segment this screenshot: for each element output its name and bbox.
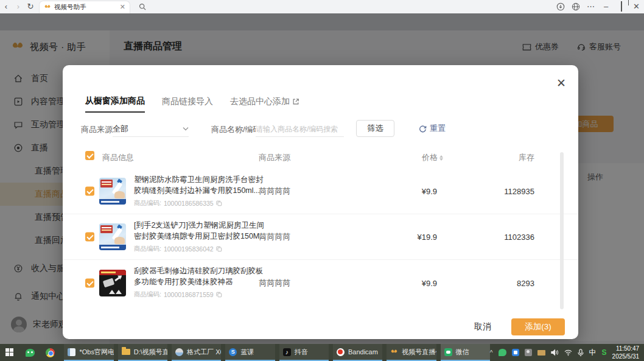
search-icon[interactable]	[139, 3, 146, 10]
product-price: ¥9.9	[379, 187, 437, 196]
product-source: 苘苘苘苘	[259, 231, 290, 242]
taskbar-chrome-icon[interactable]	[40, 344, 60, 361]
tab-goto-selection-center[interactable]: 去选品中心添加	[230, 96, 299, 113]
row-checkbox[interactable]	[85, 187, 94, 196]
chevron-down-icon	[183, 127, 189, 131]
clock-time: 11:50:47	[612, 345, 640, 352]
copy-icon[interactable]	[216, 246, 222, 252]
modal-close-icon[interactable]: ✕	[556, 77, 566, 89]
source-select-value: 全部	[113, 124, 128, 135]
product-code-value: 10000186871559	[164, 291, 214, 298]
row-checkbox[interactable]	[85, 233, 94, 242]
download-icon[interactable]	[553, 0, 568, 13]
wifi-icon[interactable]	[564, 349, 572, 356]
select-all-checkbox[interactable]	[85, 151, 94, 160]
tray-app-icon[interactable]	[512, 349, 519, 356]
windows-logo-icon	[5, 348, 14, 357]
modal-tabs: 从橱窗添加商品 商品链接导入 去选品中心添加	[85, 96, 299, 113]
browser-refresh-button[interactable]: ↻	[24, 0, 37, 13]
globe-icon[interactable]	[568, 0, 583, 13]
product-title: 塑钢泥防水防霉卫生间厨房洗手台密封胶填缝剂美缝封边补漏专用胶150ml...	[134, 174, 269, 196]
product-price: ¥19.9	[379, 233, 437, 242]
document-icon	[68, 348, 75, 356]
browser-back-button[interactable]: ‹	[0, 0, 12, 13]
taskbar-item-label: 微信	[456, 348, 469, 357]
column-header-price[interactable]: 价格	[379, 152, 443, 163]
microphone-icon[interactable]	[578, 349, 584, 357]
taskbar-wechat-icon[interactable]	[20, 344, 40, 361]
tray-expand-icon[interactable]: ^	[490, 349, 493, 356]
tab-label: 商品链接导入	[162, 96, 213, 107]
product-title: 刮胶器毛刺修边清硅胶刮刀璃胶刮胶板多功能专用打胶美缝抹胶神器	[134, 265, 269, 287]
product-code-label: 商品编码:	[134, 245, 161, 253]
reset-label: 重置	[430, 123, 446, 134]
taskbar-item-channels-live-companion[interactable]: 视频号直播伴侣	[387, 344, 436, 361]
wechat-window-icon	[444, 348, 452, 356]
product-code: 商品编码: 10000186586335	[134, 199, 269, 208]
external-link-icon	[292, 98, 299, 105]
taskbar-item-label: Bandicam	[348, 348, 378, 356]
product-code-value: 10000186586335	[164, 200, 214, 207]
taskbar-item-douyin[interactable]: ♪ 抖音	[279, 344, 329, 361]
browser-menu-icon[interactable]: ⋯	[583, 0, 598, 13]
product-code: 商品编码: 10000195836042	[134, 245, 269, 253]
product-title: [到手2支送铲刀]强力塑钢泥厨房卫生间密封胶美缝填隙专用厨卫密封胶150M...	[134, 220, 269, 242]
product-code-value: 10000195836042	[164, 245, 214, 253]
douyin-icon: ♪	[283, 348, 291, 356]
tray-clock[interactable]: 11:50:47 2025/5/31	[612, 345, 640, 360]
name-filter-label: 商品名称/编码	[211, 124, 261, 135]
product-image	[99, 223, 126, 250]
tab-label: 去选品中心添加	[230, 96, 290, 107]
taskbar-item-wechat-window[interactable]: 微信	[441, 344, 490, 361]
channels-logo-icon	[390, 348, 398, 356]
tray-folder-icon[interactable]	[537, 350, 545, 356]
product-stock: 1102336	[461, 233, 534, 242]
browser-tab[interactable]: 视频号助手 ✕	[39, 1, 130, 13]
taskbar-item-lanke[interactable]: S 蓝课	[225, 344, 275, 361]
copy-icon[interactable]	[216, 292, 222, 298]
table-row: 塑钢泥防水防霉卫生间厨房洗手台密封胶填缝剂美缝封边补漏专用胶150ml... 商…	[63, 169, 578, 214]
source-select[interactable]: 全部	[113, 121, 189, 137]
column-header-info: 商品信息	[102, 152, 134, 163]
window-minimize-button[interactable]: –	[598, 0, 614, 13]
product-source: 苘苘苘苘	[259, 186, 290, 197]
taskbar-item-label: D:\视频号直播...	[134, 348, 167, 357]
taskbar-item-format-factory[interactable]: 格式工厂 X64 ...	[172, 344, 221, 361]
browser-forward-button[interactable]: ›	[12, 0, 24, 13]
tray-wechat-icon[interactable]	[499, 349, 506, 356]
taskbar-item-obs-doc[interactable]: *Obs官网电脑...	[64, 344, 113, 361]
product-source: 苘苘苘苘	[259, 278, 290, 289]
product-table: 塑钢泥防水防霉卫生间厨房洗手台密封胶填缝剂美缝封边补漏专用胶150ml... 商…	[63, 169, 578, 306]
cancel-button[interactable]: 取消	[464, 318, 501, 335]
tray-contact-icon[interactable]	[525, 349, 532, 356]
tab-import-by-link[interactable]: 商品链接导入	[162, 96, 213, 113]
product-stock: 8293	[461, 278, 534, 287]
sogou-icon[interactable]: S	[602, 348, 607, 357]
windows-taskbar: *Obs官网电脑... D:\视频号直播... 格式工厂 X64 ... S 蓝…	[0, 344, 644, 361]
product-stock: 1128935	[461, 187, 534, 196]
start-button[interactable]	[0, 344, 20, 361]
taskbar-item-label: 格式工厂 X64 ...	[187, 348, 221, 357]
taskbar-item-folder[interactable]: D:\视频号直播...	[118, 344, 167, 361]
product-name-input[interactable]	[256, 121, 344, 137]
product-image	[99, 178, 126, 205]
ime-indicator[interactable]: 中	[589, 348, 597, 358]
reset-button[interactable]: 重置	[419, 123, 446, 134]
confirm-add-button[interactable]: 添加(3)	[511, 318, 565, 335]
window-close-button[interactable]: ✕	[629, 0, 644, 13]
window-restore-button[interactable]	[614, 0, 629, 13]
filter-button[interactable]: 筛选	[356, 120, 394, 137]
product-code: 商品编码: 10000186871559	[134, 290, 269, 299]
taskbar-item-label: *Obs官网电脑...	[79, 348, 113, 357]
tab-close-icon[interactable]: ✕	[120, 3, 125, 11]
product-price: ¥9.9	[379, 278, 437, 287]
tab-add-from-showcase[interactable]: 从橱窗添加商品	[85, 96, 145, 113]
row-checkbox[interactable]	[85, 278, 94, 287]
table-scrollbar[interactable]	[560, 152, 564, 309]
source-filter-label: 商品来源	[81, 124, 113, 135]
sort-icon[interactable]	[439, 155, 443, 161]
copy-icon[interactable]	[216, 200, 222, 206]
browser-titlebar: ‹ › ↻ 视频号助手 ✕ ⋯ – ✕	[0, 0, 644, 13]
taskbar-item-bandicam[interactable]: Bandicam	[333, 344, 382, 361]
volume-icon[interactable]	[551, 349, 559, 356]
